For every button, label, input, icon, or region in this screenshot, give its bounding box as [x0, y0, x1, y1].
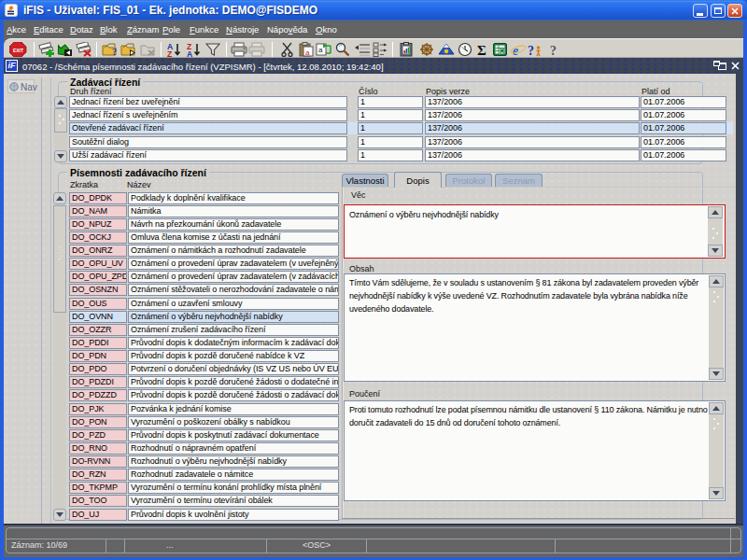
svg-text:Z: Z — [167, 49, 172, 57]
svg-text:?: ? — [528, 44, 534, 58]
svg-text:?: ? — [112, 47, 117, 57]
svg-text:Σ: Σ — [477, 43, 486, 57]
svg-text:X: X — [500, 47, 505, 55]
svg-text:a: a — [318, 46, 323, 54]
svg-text:e: e — [513, 44, 518, 58]
svg-text:a: a — [305, 49, 310, 57]
svg-text:EXIT: EXIT — [13, 48, 23, 53]
svg-text:A: A — [187, 49, 192, 57]
svg-text:?: ? — [550, 44, 557, 58]
